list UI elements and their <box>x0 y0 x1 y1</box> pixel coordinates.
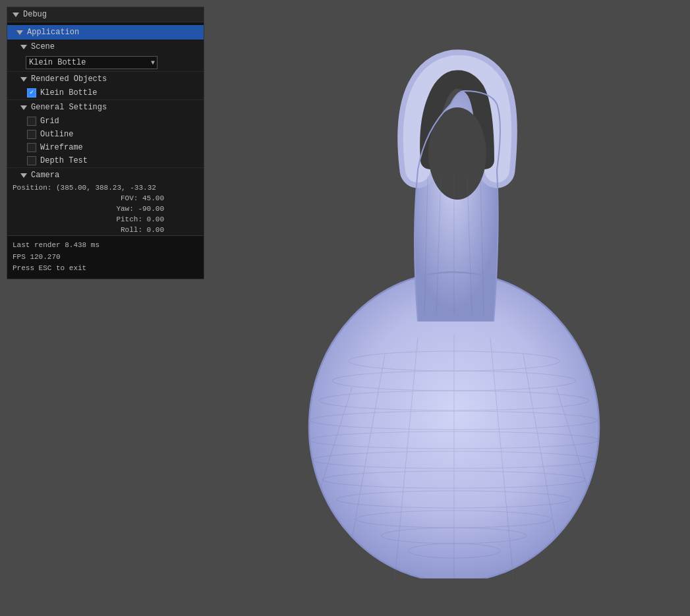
scene-dropdown-row: Klein Bottle Cube Sphere ▼ <box>7 54 204 71</box>
general-settings-row[interactable]: General Settings <box>7 99 204 115</box>
depth-test-checkbox[interactable] <box>27 156 36 165</box>
wireframe-checkbox[interactable] <box>27 143 36 152</box>
grid-setting-row[interactable]: Grid <box>7 115 204 128</box>
rendered-objects-row[interactable]: Rendered Objects <box>7 71 204 86</box>
viewport[interactable] <box>211 0 690 616</box>
grid-label: Grid <box>40 117 59 126</box>
camera-label: Camera <box>31 171 59 180</box>
outline-setting-row[interactable]: Outline <box>7 128 204 141</box>
camera-roll-row: Roll: 0.00 <box>7 225 204 235</box>
status-bar: Last render 8.438 ms FPS 120.270 Press E… <box>7 235 204 279</box>
camera-pitch-text: Pitch: 0.00 <box>116 215 164 223</box>
scene-dropdown-wrapper[interactable]: Klein Bottle Cube Sphere ▼ <box>26 56 158 69</box>
rendered-objects-collapse-icon[interactable] <box>20 77 27 82</box>
camera-position-row: Position: (385.00, 388.23, -33.32 <box>7 182 204 193</box>
rendered-objects-label: Rendered Objects <box>31 74 107 84</box>
general-settings-label: General Settings <box>31 103 107 112</box>
camera-pitch-row: Pitch: 0.00 <box>7 214 204 225</box>
wireframe-label: Wireframe <box>40 143 83 152</box>
camera-position-text: Position: (385.00, 388.23, -33.32 <box>13 184 156 192</box>
application-row[interactable]: Application <box>7 25 204 40</box>
grid-checkbox[interactable] <box>27 117 36 126</box>
scene-label: Scene <box>31 42 55 51</box>
klein-bottle-rendered-label: Klein Bottle <box>40 88 97 98</box>
camera-fov-text: FOV: 45.00 <box>121 194 164 202</box>
camera-fov-row: FOV: 45.00 <box>7 193 204 204</box>
camera-roll-text: Roll: 0.00 <box>121 226 164 234</box>
outline-checkbox[interactable] <box>27 130 36 139</box>
depth-test-label: Depth Test <box>40 156 88 165</box>
general-settings-collapse-icon[interactable] <box>20 105 27 110</box>
debug-panel: Debug Application Scene Klein Bottle Cub… <box>7 7 204 279</box>
scene-collapse-icon[interactable] <box>20 45 27 49</box>
wireframe-setting-row[interactable]: Wireframe <box>7 141 204 154</box>
depth-test-setting-row[interactable]: Depth Test <box>7 154 204 167</box>
camera-yaw-row: Yaw: -90.00 <box>7 204 204 214</box>
camera-yaw-text: Yaw: -90.00 <box>116 205 164 213</box>
camera-collapse-icon[interactable] <box>20 173 27 178</box>
outline-label: Outline <box>40 130 73 139</box>
fps-text: FPS 120.270 <box>13 252 198 264</box>
camera-row[interactable]: Camera <box>7 167 204 182</box>
application-collapse-icon[interactable] <box>16 30 23 35</box>
klein-bottle-checkbox[interactable] <box>27 88 36 98</box>
panel-header[interactable]: Debug <box>7 7 204 22</box>
klein-bottle-checkbox-row[interactable]: Klein Bottle <box>7 86 204 99</box>
scene-row[interactable]: Scene <box>7 40 204 54</box>
panel-title: Debug <box>23 10 47 19</box>
collapse-icon[interactable] <box>13 13 19 17</box>
application-label: Application <box>27 28 79 37</box>
scene-select[interactable]: Klein Bottle Cube Sphere <box>26 56 158 69</box>
last-render-text: Last render 8.438 ms <box>13 240 198 252</box>
klein-bottle-svg <box>266 38 635 578</box>
esc-hint-text: Press ESC to exit <box>13 263 198 275</box>
